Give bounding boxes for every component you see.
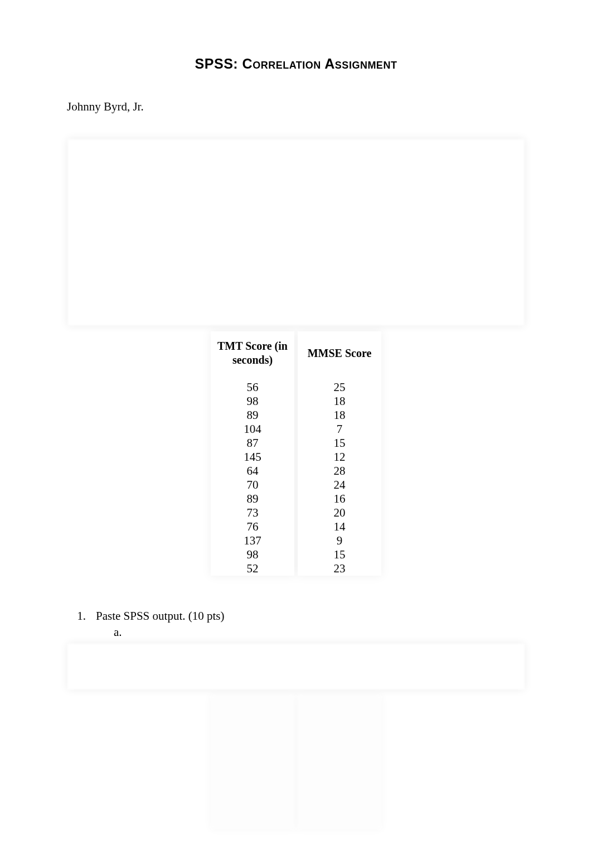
blurred-table-container (67, 695, 525, 829)
cell-mmse: 24 (298, 478, 381, 492)
table-row: 1379 (211, 534, 381, 548)
table-row: 6428 (211, 464, 381, 478)
table-row: 8916 (211, 492, 381, 506)
cell-tmt: 89 (211, 492, 294, 506)
table-row: 1047 (211, 422, 381, 436)
cell-tmt: 56 (211, 380, 294, 394)
table-row: 5625 (211, 380, 381, 394)
cell-mmse: 9 (298, 534, 381, 548)
cell-tmt: 70 (211, 478, 294, 492)
question-number: 1. (72, 609, 86, 623)
table-header-mmse: MMSE Score (298, 331, 381, 375)
author-name: Johnny Byrd, Jr. (67, 100, 525, 114)
page-title: SPSS: Correlation Assignment (67, 56, 525, 72)
question-text: Paste SPSS output. (10 pts) (96, 609, 224, 623)
table-header-tmt: TMT Score (in seconds) (211, 331, 294, 375)
cell-mmse: 15 (298, 548, 381, 562)
cell-tmt: 137 (211, 534, 294, 548)
data-table: TMT Score (in seconds) MMSE Score 5625 9… (207, 331, 385, 576)
cell-tmt: 89 (211, 408, 294, 422)
cell-tmt: 76 (211, 520, 294, 534)
table-row: 7320 (211, 506, 381, 520)
cell-mmse: 18 (298, 408, 381, 422)
question-subitem: a. (72, 625, 525, 639)
cell-mmse: 28 (298, 464, 381, 478)
cell-tmt: 98 (211, 548, 294, 562)
table-row: 7024 (211, 478, 381, 492)
cell-tmt: 104 (211, 422, 294, 436)
table-row: 8918 (211, 408, 381, 422)
cell-mmse: 23 (298, 562, 381, 576)
placeholder-region-top (67, 139, 525, 326)
cell-mmse: 16 (298, 492, 381, 506)
cell-tmt: 52 (211, 562, 294, 576)
table-row: 9818 (211, 394, 381, 408)
table-row: 9815 (211, 548, 381, 562)
cell-mmse: 20 (298, 506, 381, 520)
cell-tmt: 73 (211, 506, 294, 520)
blurred-table (207, 695, 385, 829)
cell-tmt: 145 (211, 450, 294, 464)
table-row: 5223 (211, 562, 381, 576)
table-row: 14512 (211, 450, 381, 464)
placeholder-region-mid (67, 644, 525, 689)
cell-tmt: 87 (211, 436, 294, 450)
cell-mmse: 18 (298, 394, 381, 408)
cell-mmse: 7 (298, 422, 381, 436)
table-row: 8715 (211, 436, 381, 450)
cell-mmse: 15 (298, 436, 381, 450)
cell-tmt: 64 (211, 464, 294, 478)
data-table-container: TMT Score (in seconds) MMSE Score 5625 9… (67, 331, 525, 576)
cell-mmse: 14 (298, 520, 381, 534)
question-block: 1. Paste SPSS output. (10 pts) a. (67, 609, 525, 639)
cell-tmt: 98 (211, 394, 294, 408)
table-row: 7614 (211, 520, 381, 534)
cell-mmse: 12 (298, 450, 381, 464)
cell-mmse: 25 (298, 380, 381, 394)
